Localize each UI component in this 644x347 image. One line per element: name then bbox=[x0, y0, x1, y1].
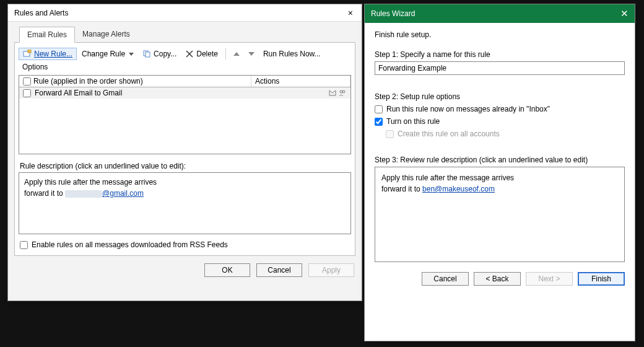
apply-button[interactable]: Apply bbox=[308, 263, 354, 277]
forward-icon bbox=[328, 89, 337, 97]
col-header-actions[interactable]: Actions bbox=[251, 76, 350, 87]
wizard-instruction: Finish rule setup. bbox=[375, 30, 625, 39]
turn-on-checkbox[interactable] bbox=[375, 118, 383, 126]
tabs: Email Rules Manage Alerts bbox=[8, 22, 362, 43]
move-up-button[interactable] bbox=[230, 51, 243, 57]
delete-button[interactable]: Delete bbox=[181, 48, 222, 59]
chevron-down-icon bbox=[129, 53, 134, 56]
wizard-buttons: Cancel < Back Next > Finish bbox=[365, 262, 635, 296]
opt-all-accounts: Create this rule on all accounts bbox=[386, 130, 625, 138]
wiz-desc-line1: Apply this rule after the message arrive… bbox=[381, 172, 618, 183]
options-label: Options bbox=[22, 63, 48, 71]
move-down-button[interactable] bbox=[245, 51, 258, 57]
options-button[interactable]: Options bbox=[19, 61, 51, 72]
close-icon[interactable]: × bbox=[344, 8, 357, 18]
rules-titlebar: Rules and Alerts × bbox=[8, 4, 362, 22]
wizard-email-link[interactable]: ben@makeuseof.com bbox=[422, 185, 495, 193]
row-checkbox[interactable] bbox=[23, 89, 31, 97]
close-icon[interactable]: ✕ bbox=[620, 8, 629, 19]
rules-toolbar: New Rule... Change Rule Copy... Delete bbox=[19, 46, 351, 75]
copy-label: Copy... bbox=[154, 50, 176, 58]
row-action-icons bbox=[254, 89, 347, 97]
copy-icon bbox=[142, 50, 151, 58]
rule-name-input[interactable] bbox=[375, 61, 625, 75]
person-icon bbox=[338, 89, 347, 97]
change-rule-button[interactable]: Change Rule bbox=[78, 48, 137, 59]
svg-point-7 bbox=[342, 90, 345, 93]
tab-manage-alerts[interactable]: Manage Alerts bbox=[75, 27, 137, 43]
wizard-title: Rules Wizard bbox=[371, 9, 415, 18]
run-rules-button[interactable]: Run Rules Now... bbox=[259, 48, 324, 59]
opt-run-now: Run this rule now on messages already in… bbox=[375, 105, 625, 113]
new-rule-icon bbox=[23, 50, 32, 58]
wizard-description-box: Apply this rule after the message arrive… bbox=[375, 167, 625, 262]
desc-line2: forward it to @gmail.com bbox=[24, 188, 346, 199]
back-button[interactable]: < Back bbox=[474, 272, 521, 286]
svg-point-6 bbox=[340, 90, 342, 93]
delete-icon bbox=[185, 50, 194, 58]
run-now-checkbox[interactable] bbox=[375, 105, 383, 113]
wiz-desc-prefix: forward it to bbox=[381, 185, 422, 193]
arrow-up-icon bbox=[233, 52, 240, 56]
grid-header: Rule (applied in the order shown) Action… bbox=[19, 76, 350, 87]
turn-on-label: Turn on this rule bbox=[386, 117, 440, 126]
rules-grid: Rule (applied in the order shown) Action… bbox=[19, 75, 351, 154]
rss-label: Enable rules on all messages downloaded … bbox=[32, 240, 228, 249]
ok-button[interactable]: OK bbox=[204, 263, 250, 277]
redacted-text bbox=[65, 190, 102, 198]
wizard-titlebar: Rules Wizard ✕ bbox=[365, 4, 635, 23]
rules-wizard-dialog: Rules Wizard ✕ Finish rule setup. Step 1… bbox=[364, 4, 635, 341]
desc-line1: Apply this rule after the message arrive… bbox=[24, 177, 346, 188]
tab-email-rules[interactable]: Email Rules bbox=[19, 27, 75, 43]
rule-description-box: Apply this rule after the message arrive… bbox=[19, 172, 351, 234]
delete-label: Delete bbox=[196, 50, 218, 58]
rss-checkbox[interactable] bbox=[20, 241, 28, 249]
opt-turn-on: Turn on this rule bbox=[375, 117, 625, 126]
wizard-body: Finish rule setup. Step 1: Specify a nam… bbox=[365, 23, 635, 262]
col-header-rule[interactable]: Rule (applied in the order shown) bbox=[19, 76, 251, 87]
step1-label: Step 1: Specify a name for this rule bbox=[375, 50, 625, 59]
cancel-button[interactable]: Cancel bbox=[256, 263, 302, 277]
change-rule-label: Change Rule bbox=[82, 50, 125, 58]
finish-button[interactable]: Finish bbox=[578, 272, 625, 286]
rules-dialog-buttons: OK Cancel Apply bbox=[8, 256, 362, 284]
run-now-label: Run this rule now on messages already in… bbox=[386, 105, 550, 113]
wizard-cancel-button[interactable]: Cancel bbox=[422, 272, 469, 286]
all-accounts-checkbox bbox=[386, 130, 394, 138]
description-label: Rule description (click an underlined va… bbox=[20, 162, 351, 170]
arrow-down-icon bbox=[248, 52, 255, 56]
all-accounts-label: Create this rule on all accounts bbox=[398, 130, 500, 138]
desc-line2-prefix: forward it to bbox=[24, 189, 65, 198]
table-row[interactable]: Forward All Email to Gmail bbox=[19, 87, 350, 99]
wiz-desc-line2: forward it to ben@makeuseof.com bbox=[381, 183, 618, 195]
header-checkbox[interactable] bbox=[23, 77, 31, 86]
row-rule-name: Forward All Email to Gmail bbox=[35, 89, 254, 97]
step3-label: Step 3: Review rule description (click a… bbox=[375, 156, 625, 164]
tab-body: New Rule... Change Rule Copy... Delete bbox=[14, 42, 355, 256]
svg-rect-3 bbox=[146, 52, 150, 57]
separator bbox=[225, 48, 226, 59]
rules-and-alerts-dialog: Rules and Alerts × Email Rules Manage Al… bbox=[7, 4, 362, 301]
run-rules-label: Run Rules Now... bbox=[263, 50, 321, 58]
col-rule-label: Rule (applied in the order shown) bbox=[33, 77, 143, 86]
rules-title: Rules and Alerts bbox=[14, 9, 68, 17]
rss-option: Enable rules on all messages downloaded … bbox=[20, 240, 351, 249]
next-button[interactable]: Next > bbox=[526, 272, 573, 286]
new-rule-label: New Rule... bbox=[34, 50, 72, 58]
svg-rect-1 bbox=[28, 50, 31, 53]
copy-button[interactable]: Copy... bbox=[139, 48, 180, 59]
email-link[interactable]: @gmail.com bbox=[102, 189, 144, 198]
step2-label: Step 2: Setup rule options bbox=[375, 92, 625, 101]
new-rule-button[interactable]: New Rule... bbox=[19, 48, 77, 60]
